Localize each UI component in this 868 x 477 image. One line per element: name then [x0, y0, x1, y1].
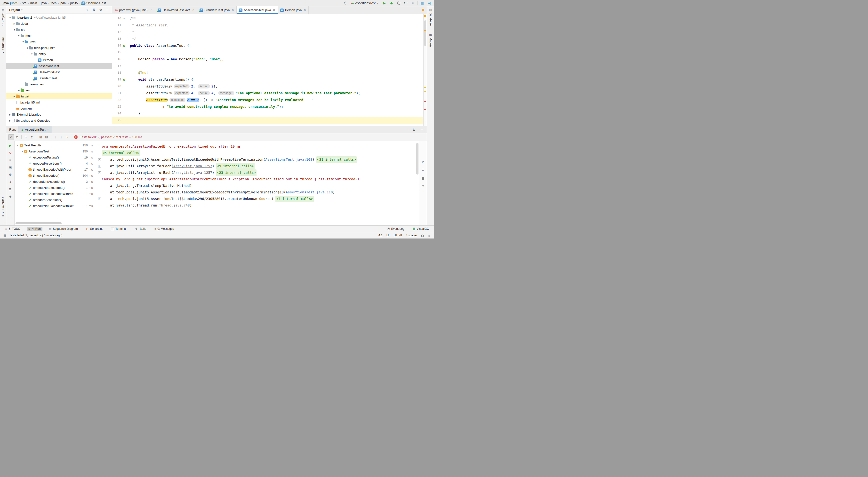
snapshot-icon[interactable]: ▣ [8, 165, 13, 170]
tree-collapsed-arrow-icon[interactable]: ▶ [8, 114, 12, 116]
history-icon[interactable]: ≣ [8, 187, 13, 191]
test-tree-item-test-results[interactable]: ▼×Test Results150 ms [14, 142, 96, 148]
console-scrollbar-thumb[interactable] [416, 143, 418, 174]
editor-line-20[interactable]: 20 assertEquals(expected:2, actual:2); [112, 83, 423, 90]
tree-collapsed-arrow-icon[interactable]: ▶ [8, 120, 12, 122]
run-test-gutter-icon[interactable]: ↻ [121, 42, 127, 49]
error-stripe-mark[interactable] [424, 101, 426, 102]
project-tree-item-assertionstest[interactable]: AssertionsTest [6, 63, 112, 69]
project-tree-item-src[interactable]: ▼src [6, 27, 112, 33]
more-icon[interactable]: » [64, 134, 70, 140]
tree-expanded-arrow-icon[interactable]: ▼ [12, 29, 16, 31]
coverage-button[interactable] [396, 1, 401, 6]
stack-trace-link[interactable]: AssertionsTest.java:110 [286, 189, 333, 196]
print-icon[interactable]: ▤ [421, 176, 426, 180]
editor-tab-pom-xml-java-junit5[interactable]: mpom.xml (java-junit5)✕ [113, 6, 155, 14]
test-tree-item-exceptiontesting[interactable]: ✓exceptionTesting()19 ms [14, 154, 96, 160]
tree-expanded-arrow-icon[interactable]: ▼ [26, 47, 29, 49]
down-stack-icon[interactable]: ↓ [421, 152, 426, 156]
editor-line-22[interactable]: 22 assertTrue(condition:2 == 2, () -> "A… [112, 96, 423, 103]
close-icon[interactable]: ✕ [47, 128, 49, 131]
project-tree-item-person[interactable]: Person [6, 57, 112, 63]
test-tree-item-timeoutnotexceeded[interactable]: ✓timeoutNotExceeded()1 ms [14, 185, 96, 191]
stack-fold-icon[interactable]: + [98, 171, 101, 174]
stop-icon[interactable]: ■ [8, 158, 13, 162]
external-tool-icon[interactable]: ▣ [427, 1, 432, 6]
toolwindow-button-6-todo[interactable]: ≣6: TODO [3, 227, 22, 231]
toolwindow-button-sonarlint[interactable]: ⊘SonarLint [84, 227, 104, 231]
editor-tab-person-java[interactable]: Person.java✕ [278, 6, 309, 14]
breadcrumb-item-assertionstest[interactable]: AssertionsTest [85, 1, 106, 5]
statusbar-widget-4-spaces[interactable]: 4 spaces [406, 234, 417, 237]
close-tab-icon[interactable]: ✕ [273, 8, 275, 12]
hide-icon[interactable]: ─ [105, 7, 110, 12]
editor-line-13[interactable]: 13 */ [112, 35, 423, 42]
run-button[interactable]: ▶ [382, 1, 387, 6]
pin-icon[interactable]: ⊕ [8, 194, 13, 199]
internal-calls-badge[interactable]: <23 internal calls> [216, 169, 256, 176]
breadcrumb-item-java[interactable]: java [41, 1, 47, 5]
debug-button[interactable] [389, 1, 394, 6]
project-tree-item-standardtest[interactable]: StandardTest [6, 75, 112, 81]
editor-tab-standardtest-java[interactable]: StandardTest.java✕ [197, 6, 237, 14]
toolwindow-button-build[interactable]: Build [133, 227, 148, 231]
chevron-down-icon[interactable]: ▾ [21, 9, 23, 11]
project-tree-item-target[interactable]: ▶target [6, 93, 112, 99]
stack-fold-icon[interactable]: + [98, 197, 101, 200]
tree-expanded-arrow-icon[interactable]: ▼ [21, 41, 25, 43]
statusbar-widget-4-1[interactable]: 4:1 [378, 234, 382, 237]
toolwindow-button-4-run[interactable]: ▶4: Run [27, 227, 42, 231]
project-tree-item-main[interactable]: ▼main [6, 33, 112, 39]
import-tests-icon[interactable]: ⇓ [8, 179, 13, 184]
editor-line-19[interactable]: 19↻ void standardAssertions() { [112, 76, 423, 83]
hide-icon[interactable]: ─ [420, 127, 424, 132]
tool-stripe-button-database[interactable]: ▥Database [429, 8, 432, 26]
sort-duration-icon[interactable]: ↧ [23, 134, 29, 140]
next-failed-icon[interactable]: ↓ [58, 134, 64, 140]
error-stripe-mark[interactable] [424, 109, 426, 110]
breadcrumb-item-junit5[interactable]: junit5 [70, 1, 78, 5]
project-tree-item-tech-pdai-junit5[interactable]: ▼tech.pdai.junit5 [6, 45, 112, 51]
editor-scrollbar-thumb[interactable] [424, 20, 426, 46]
editor-tab-helloworldtest-java[interactable]: HelloWorldTest.java✕ [155, 6, 197, 14]
breadcrumb-item-pdai[interactable]: pdai [60, 1, 67, 5]
project-tree-item-helloworldtest[interactable]: HelloWorldTest [6, 69, 112, 75]
lock-icon[interactable] [422, 235, 424, 237]
clear-all-icon[interactable]: ⊖ [421, 184, 426, 188]
gear-icon[interactable]: ⚙ [98, 7, 103, 12]
tree-collapsed-arrow-icon[interactable]: ▶ [17, 89, 21, 92]
soft-wrap-icon[interactable]: ↵ [421, 159, 426, 164]
stack-trace-link[interactable]: ArrayList.java:1257 [173, 169, 212, 176]
project-tree-item-java[interactable]: ▼java [6, 39, 112, 45]
warning-stripe-mark[interactable] [424, 91, 426, 92]
editor-line-18[interactable]: 18 @Test [112, 69, 423, 76]
show-ignored-icon[interactable]: ⊘ [14, 134, 20, 140]
test-tree-item-standardassertions[interactable]: ✓standardAssertions() [14, 197, 96, 203]
close-tab-icon[interactable]: ✕ [150, 8, 153, 12]
code-editor[interactable]: 10∨/**11 * Assertions Test.12 *13 */14↻p… [112, 14, 423, 126]
editor-line-23[interactable]: 23 + "to avoid constructing complex mess… [112, 103, 423, 110]
editor-line-11[interactable]: 11 * Assertions Test. [112, 22, 423, 29]
breadcrumb-item-src[interactable]: src [22, 1, 26, 5]
run-test-gutter-icon[interactable]: ↻ [121, 76, 127, 83]
tool-stripe-button-7-structure[interactable]: 7: Structure [1, 37, 5, 53]
project-structure-icon[interactable]: ▦ [420, 1, 425, 6]
project-tree-item-scratches-and-consoles[interactable]: ▶Scratches and Consoles [6, 118, 112, 124]
editor-line-24[interactable]: 24 } [112, 110, 423, 117]
editor-line-12[interactable]: 12 * [112, 29, 423, 35]
test-tree-item-assertionstest[interactable]: ▼×AssertionsTest150 ms [14, 148, 96, 154]
tabs-options-icon[interactable] [422, 9, 424, 11]
test-tree-item-timeoutexceeded[interactable]: ×timeoutExceeded()104 ms [14, 172, 96, 179]
tree-expanded-arrow-icon[interactable]: ▼ [8, 17, 12, 19]
tool-stripe-button-1-project[interactable]: ▦1: Project [1, 8, 5, 26]
toolwindow-button-visualgc[interactable]: VisualGC [411, 227, 431, 231]
settings-icon[interactable]: ⚙ [8, 172, 13, 177]
test-tree-item-timeoutnotexceededwithme[interactable]: ✓timeoutNotExceededWithMe1 ms [14, 191, 96, 197]
editor-tab-assertionstest-java[interactable]: AssertionsTest.java✕ [237, 6, 278, 14]
toolwindow-switcher-icon[interactable]: ▦ [3, 234, 6, 237]
profiler-button[interactable]: ↻▾ [403, 1, 408, 6]
tree-collapsed-arrow-icon[interactable]: ▶ [12, 23, 16, 25]
sort-alpha-icon[interactable]: ↥ [29, 134, 35, 140]
statusbar-message[interactable]: Tests failed: 2, passed: 7 (7 minutes ag… [9, 234, 62, 237]
project-tree-item-java-junit5[interactable]: ▼java-junit5~/pdai/www/java-junit5 [6, 14, 112, 21]
